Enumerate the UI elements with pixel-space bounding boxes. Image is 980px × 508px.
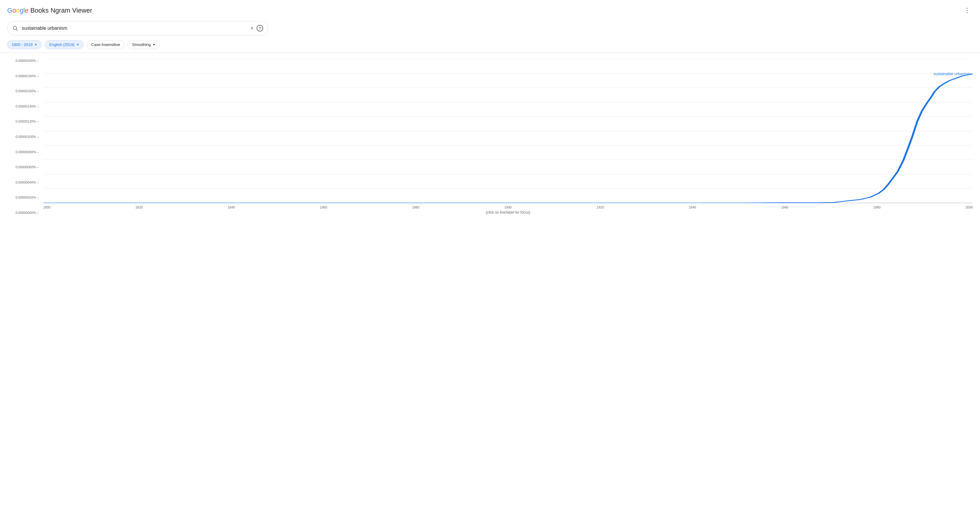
more-options-button[interactable]: ⋮: [961, 5, 973, 16]
x-axis: 1800 1820 1840 1860 1880 1900 1920 1940 …: [43, 203, 973, 209]
y-label-5: 0.00000100% –: [16, 135, 39, 139]
x-label-2000: 2000: [965, 206, 972, 209]
smoothing-chevron-icon: ▼: [153, 43, 156, 46]
y-label-3: 0.00000140% –: [16, 105, 39, 108]
logo-o2: o: [16, 6, 19, 14]
x-label-1820: 1820: [135, 206, 143, 209]
x-label-1860: 1860: [320, 206, 327, 209]
corpus-chevron-icon: ▼: [76, 43, 79, 46]
date-range-filter[interactable]: 1800 - 2019 ▼: [7, 40, 42, 49]
x-label-1800: 1800: [43, 206, 51, 209]
y-label-6: 0.00000080% –: [16, 150, 39, 154]
smoothing-filter[interactable]: Smoothing ▼: [127, 40, 160, 49]
logo-e: e: [25, 6, 29, 14]
y-label-4: 0.00000120% –: [16, 120, 39, 123]
series-label[interactable]: sustainable urbanism: [934, 72, 970, 76]
x-label-1920: 1920: [597, 206, 604, 209]
x-label-1840: 1840: [228, 206, 235, 209]
date-range-chevron-icon: ▼: [34, 43, 37, 46]
y-label-8: 0.00000040% –: [16, 181, 39, 184]
chart-plot[interactable]: sustainable urbanism: [43, 59, 973, 203]
smoothing-label: Smoothing: [132, 42, 151, 47]
chart-footnote: (click on line/label for focus): [43, 210, 973, 214]
search-bar-container: × ?: [0, 19, 980, 39]
y-label-7: 0.00000060% –: [16, 165, 39, 169]
title-suffix: Books Ngram Viewer: [29, 6, 92, 14]
case-label: Case-Insensitive: [91, 42, 120, 47]
logo-g2: g: [20, 6, 24, 14]
search-input[interactable]: [22, 26, 250, 31]
date-range-label: 1800 - 2019: [12, 42, 32, 47]
search-icon: [12, 25, 18, 31]
x-label-1960: 1960: [781, 206, 788, 209]
corpus-label: English (2019): [49, 42, 75, 47]
search-bar: × ?: [7, 21, 268, 35]
x-label-1940: 1940: [689, 206, 696, 209]
clear-search-button[interactable]: ×: [250, 25, 253, 32]
y-label-9: 0.00000020% –: [16, 196, 39, 199]
ngram-line[interactable]: [43, 74, 973, 203]
app-title: Google Books Ngram Viewer: [7, 6, 92, 14]
logo-g: G: [7, 6, 12, 14]
y-label-0: 0.00000200% –: [16, 59, 39, 62]
y-axis: 0.00000200% – 0.00000180% – 0.00000160% …: [7, 59, 42, 214]
case-filter[interactable]: Case-Insensitive: [87, 40, 124, 49]
y-label-1: 0.00000180% –: [16, 74, 39, 78]
app-header: Google Books Ngram Viewer ⋮: [0, 0, 980, 19]
x-label-1880: 1880: [412, 206, 419, 209]
chart-area: 0.00000200% – 0.00000180% – 0.00000160% …: [7, 53, 973, 233]
filters-row: 1800 - 2019 ▼ English (2019) ▼ Case-Inse…: [0, 39, 980, 53]
svg-line-1: [16, 29, 18, 30]
x-label-1980: 1980: [873, 206, 880, 209]
logo-o1: o: [12, 6, 16, 14]
search-help-button[interactable]: ?: [256, 25, 263, 32]
x-label-1900: 1900: [504, 206, 512, 209]
corpus-filter[interactable]: English (2019) ▼: [45, 40, 84, 49]
y-label-2: 0.00000160% –: [16, 89, 39, 93]
y-label-10: 0.00000000% –: [16, 211, 39, 214]
